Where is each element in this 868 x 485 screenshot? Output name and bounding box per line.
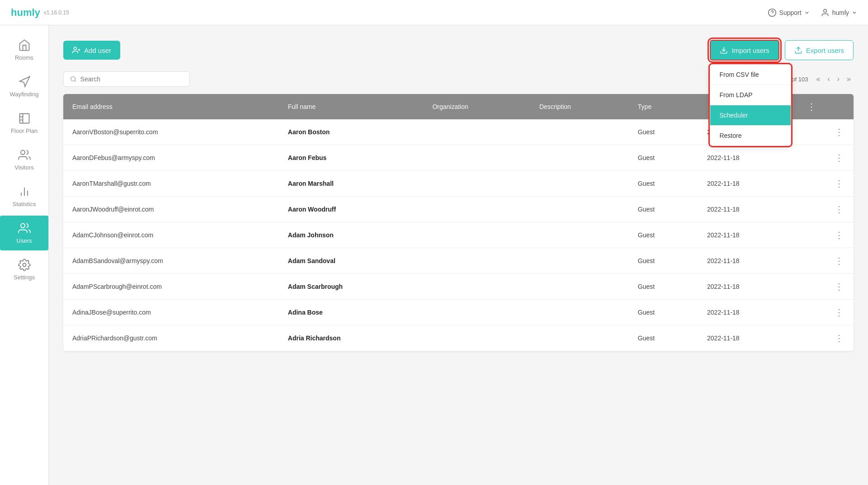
next-page-button[interactable]: ›: [835, 73, 842, 85]
svg-marker-3: [19, 76, 29, 86]
user-menu-button[interactable]: humly: [821, 8, 857, 17]
row-actions-button[interactable]: ⋮: [798, 274, 854, 300]
cell-organization: [423, 325, 530, 351]
cell-fullname: Aaron Febus: [279, 145, 424, 171]
svg-point-19: [71, 77, 75, 81]
cell-type: Guest: [629, 145, 698, 171]
app-version: v1.16.0.15: [44, 9, 69, 16]
sidebar-item-settings[interactable]: Settings: [0, 252, 48, 287]
import-dropdown-wrapper: Import users From CSV file From LDAP Sch…: [710, 40, 779, 61]
cell-date: 2022-11-18: [698, 145, 798, 171]
svg-point-13: [23, 264, 26, 267]
logo-area: humly v1.16.0.15: [11, 7, 69, 19]
support-icon: [768, 8, 777, 17]
row-actions-button[interactable]: ⋮: [798, 325, 854, 351]
cell-description: [530, 171, 629, 197]
toolbar-left: Add user: [63, 41, 120, 60]
cell-date: 2022-11-18: [698, 274, 798, 300]
user-label: humly: [832, 9, 849, 16]
cell-date: 2022-11-18: [698, 248, 798, 274]
main-layout: Rooms Wayfinding Floor Plan Visitors: [0, 25, 868, 485]
cell-fullname: Aaron Marshall: [279, 171, 424, 197]
cell-fullname: Aaron Woodruff: [279, 197, 424, 222]
import-dropdown-menu: From CSV file From LDAP Scheduler Restor…: [710, 64, 791, 146]
table-row: AdinaJBose@superrito.com Adina Bose Gues…: [63, 300, 854, 325]
first-page-button[interactable]: «: [814, 73, 823, 85]
wayfinding-icon: [18, 75, 31, 88]
cell-date: 2022-11-18: [698, 325, 798, 351]
row-actions-button[interactable]: ⋮: [798, 248, 854, 274]
add-user-label: Add user: [84, 47, 111, 54]
visitors-icon: [18, 149, 31, 161]
cell-type: Guest: [629, 119, 698, 145]
sidebar-item-users[interactable]: Users: [0, 216, 48, 250]
import-icon: [720, 46, 728, 54]
app-logo: humly: [11, 7, 40, 19]
cell-email: AaronDFebus@armyspy.com: [63, 145, 279, 171]
content-area: Add user Import users From CSV file: [49, 25, 868, 485]
search-box[interactable]: [63, 71, 190, 87]
top-header: humly v1.16.0.15 Support humly: [0, 0, 868, 25]
svg-point-8: [20, 151, 24, 155]
import-scheduler[interactable]: Scheduler: [710, 105, 791, 126]
cell-description: [530, 248, 629, 274]
row-actions-button[interactable]: ⋮: [798, 222, 854, 248]
cell-description: [530, 197, 629, 222]
cell-organization: [423, 197, 530, 222]
row-actions-button[interactable]: ⋮: [798, 145, 854, 171]
cell-email: AdamCJohnson@einrot.com: [63, 222, 279, 248]
sidebar-item-wayfinding[interactable]: Wayfinding: [0, 69, 48, 104]
cell-fullname: Adam Johnson: [279, 222, 424, 248]
row-actions-button[interactable]: ⋮: [798, 197, 854, 222]
cell-date: 2022-11-18: [698, 222, 798, 248]
cell-fullname: Adria Richardson: [279, 325, 424, 351]
statistics-icon: [18, 185, 31, 198]
sidebar-item-statistics[interactable]: Statistics: [0, 179, 48, 214]
settings-icon: [18, 259, 31, 271]
export-users-button[interactable]: Export users: [785, 40, 854, 60]
svg-point-0: [768, 9, 776, 16]
cell-fullname: Adina Bose: [279, 300, 424, 325]
import-users-button[interactable]: Import users: [710, 40, 779, 61]
svg-point-2: [823, 9, 826, 12]
sidebar-item-label: Rooms: [15, 54, 33, 61]
cell-email: AaronTMarshall@gustr.com: [63, 171, 279, 197]
cell-organization: [423, 145, 530, 171]
table-row: AdriaPRichardson@gustr.com Adria Richard…: [63, 325, 854, 351]
import-from-csv[interactable]: From CSV file: [710, 65, 791, 85]
sidebar-item-rooms[interactable]: Rooms: [0, 33, 48, 67]
cell-fullname: Aaron Boston: [279, 119, 424, 145]
prev-page-button[interactable]: ‹: [825, 73, 832, 85]
sidebar-item-label: Visitors: [14, 164, 33, 171]
last-page-button[interactable]: »: [844, 73, 854, 85]
cell-type: Guest: [629, 222, 698, 248]
cell-organization: [423, 119, 530, 145]
col-description: Description: [530, 94, 629, 119]
import-restore[interactable]: Restore: [710, 126, 791, 146]
svg-line-20: [75, 80, 76, 82]
row-actions-button[interactable]: ⋮: [798, 171, 854, 197]
row-actions-button[interactable]: ⋮: [798, 119, 854, 145]
sidebar-item-visitors[interactable]: Visitors: [0, 142, 48, 177]
cell-type: Guest: [629, 274, 698, 300]
sidebar-item-floor-plan[interactable]: Floor Plan: [0, 106, 48, 141]
cell-fullname: Adam Sandoval: [279, 248, 424, 274]
cell-type: Guest: [629, 325, 698, 351]
rooms-icon: [18, 39, 31, 52]
pagination: 1–3 of 103 « ‹ › »: [780, 73, 854, 85]
cell-email: AdamPScarbrough@einrot.com: [63, 274, 279, 300]
row-actions-button[interactable]: ⋮: [798, 300, 854, 325]
cell-description: [530, 325, 629, 351]
cell-organization: [423, 300, 530, 325]
export-icon: [794, 46, 802, 54]
table-row: AaronTMarshall@gustr.com Aaron Marshall …: [63, 171, 854, 197]
support-button[interactable]: Support: [768, 8, 810, 17]
cell-description: [530, 300, 629, 325]
col-fullname: Full name: [279, 94, 424, 119]
table-row: AaronJWoodruff@einrot.com Aaron Woodruff…: [63, 197, 854, 222]
import-from-ldap[interactable]: From LDAP: [710, 85, 791, 105]
search-input[interactable]: [80, 75, 183, 83]
cell-email: AdamBSandoval@armyspy.com: [63, 248, 279, 274]
add-user-button[interactable]: Add user: [63, 41, 120, 60]
table-row: AdamCJohnson@einrot.com Adam Johnson Gue…: [63, 222, 854, 248]
